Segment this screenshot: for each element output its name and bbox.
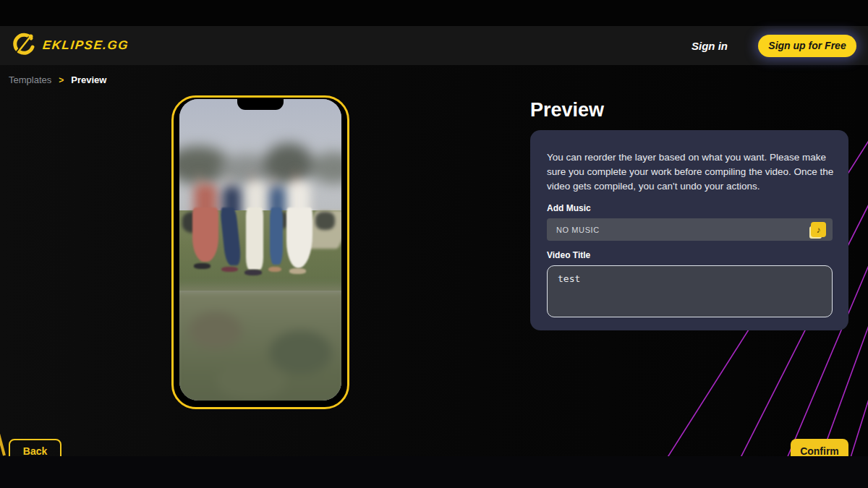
sign-in-link[interactable]: Sign in <box>692 40 728 52</box>
video-blurred-people <box>179 166 341 211</box>
yellow-edge-line <box>0 431 4 455</box>
breadcrumb-templates[interactable]: Templates <box>9 74 51 85</box>
header: EKLIPSE.GG Sign in Sign up for Free <box>0 26 868 65</box>
preview-panel: You can reorder the layer based on what … <box>530 130 848 330</box>
add-music-label: Add Music <box>547 203 833 213</box>
video-blurred-grass <box>179 286 341 401</box>
music-selected-value: NO MUSIC <box>556 226 600 234</box>
music-library-icon[interactable]: ♪ <box>811 222 826 237</box>
header-actions: Sign in Sign up for Free <box>692 35 856 57</box>
eklipse-logo-icon <box>12 32 36 59</box>
music-select[interactable]: NO MUSIC ♪ <box>547 218 833 241</box>
page: EKLIPSE.GG Sign in Sign up for Free Temp… <box>0 0 868 488</box>
phone-notch <box>237 98 284 110</box>
breadcrumb-current: Preview <box>71 74 106 85</box>
chevron-right-icon: > <box>59 75 64 85</box>
video-title-input[interactable]: test <box>547 265 833 317</box>
sign-up-button[interactable]: Sign up for Free <box>758 35 856 57</box>
panel-description: You can reorder the layer based on what … <box>547 150 834 194</box>
top-strip <box>0 0 868 26</box>
breadcrumb: Templates > Preview <box>9 74 106 85</box>
page-title: Preview <box>530 99 604 121</box>
footer-strip <box>0 456 868 488</box>
brand-wordmark: EKLIPSE.GG <box>42 38 129 53</box>
video-preview <box>179 99 341 401</box>
video-sharp-band <box>179 210 341 291</box>
phone-mockup <box>171 95 349 409</box>
video-title-label: Video Title <box>547 250 833 260</box>
brand-logo[interactable]: EKLIPSE.GG <box>12 32 129 59</box>
